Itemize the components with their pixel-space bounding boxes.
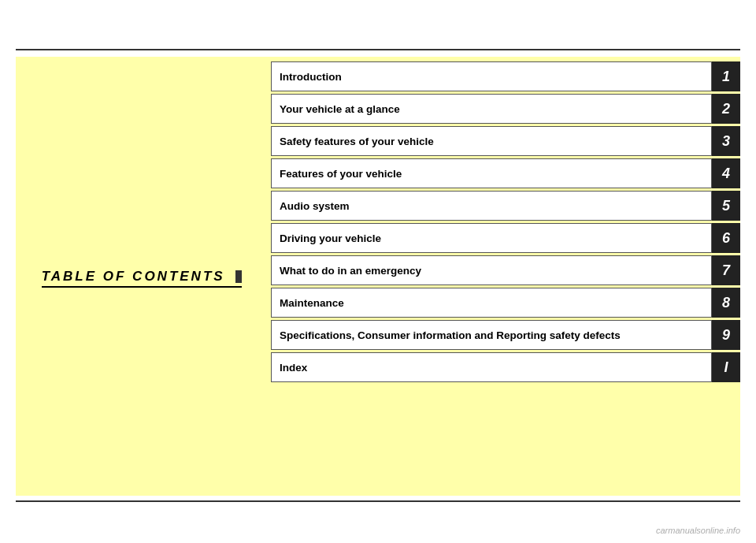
watermark: carmanualsonline.info: [656, 526, 740, 535]
toc-list: Introduction1Your vehicle at a glance2Sa…: [268, 57, 740, 496]
toc-row-label: Driving your vehicle: [271, 223, 712, 253]
toc-row-label: Maintenance: [271, 288, 712, 318]
main-content: TABLE OF CONTENTS Introduction1Your vehi…: [16, 57, 740, 496]
toc-row[interactable]: Safety features of your vehicle3: [271, 126, 740, 156]
toc-row-number: 1: [712, 61, 740, 91]
toc-row-number: 8: [712, 288, 740, 318]
toc-row-label: Audio system: [271, 191, 712, 221]
toc-row[interactable]: Driving your vehicle6: [271, 223, 740, 253]
toc-row-label: Specifications, Consumer information and…: [271, 320, 712, 350]
toc-row-label: What to do in an emergency: [271, 255, 712, 285]
toc-row-number: 3: [712, 126, 740, 156]
toc-row[interactable]: Audio system5: [271, 191, 740, 221]
toc-row-label: Index: [271, 352, 712, 382]
toc-row-number: 9: [712, 320, 740, 350]
toc-title: TABLE OF CONTENTS: [42, 269, 243, 285]
toc-row[interactable]: IndexI: [271, 352, 740, 382]
toc-row-label: Safety features of your vehicle: [271, 126, 712, 156]
toc-row-number: 4: [712, 158, 740, 188]
bottom-rule: [16, 500, 740, 502]
toc-row[interactable]: What to do in an emergency7: [271, 255, 740, 285]
toc-marker: [235, 270, 242, 283]
toc-row-number: 5: [712, 191, 740, 221]
toc-row[interactable]: Features of your vehicle4: [271, 158, 740, 188]
toc-row-label: Your vehicle at a glance: [271, 94, 712, 124]
toc-row-label: Introduction: [271, 61, 712, 91]
toc-row[interactable]: Specifications, Consumer information and…: [271, 320, 740, 350]
toc-row[interactable]: Maintenance8: [271, 288, 740, 318]
toc-row-number: 6: [712, 223, 740, 253]
top-rule: [16, 49, 740, 50]
toc-row-number: 7: [712, 255, 740, 285]
left-panel: TABLE OF CONTENTS: [16, 57, 268, 496]
toc-row[interactable]: Your vehicle at a glance2: [271, 94, 740, 124]
toc-row[interactable]: Introduction1: [271, 61, 740, 91]
toc-row-number: 2: [712, 94, 740, 124]
toc-row-label: Features of your vehicle: [271, 158, 712, 188]
toc-row-number: I: [712, 352, 740, 382]
toc-title-text: TABLE OF CONTENTS: [42, 269, 225, 284]
